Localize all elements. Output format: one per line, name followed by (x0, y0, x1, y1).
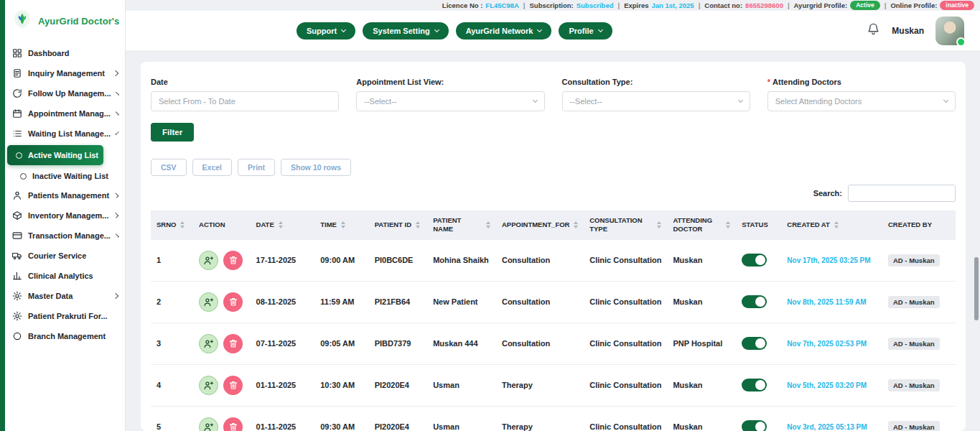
cell-srno: 5 (151, 406, 193, 431)
sidebar-item-waiting-list-management[interactable]: Waiting List Manage... (6, 124, 125, 144)
sidebar-item-inquiry-management[interactable]: Inquiry Management (6, 63, 125, 83)
cell-appointment-for: Therapy (496, 364, 584, 406)
table-header-row: SRNO ACTION DATE TIME PATIENT ID PATIENT… (151, 210, 956, 240)
delete-icon[interactable] (223, 251, 243, 270)
status-toggle[interactable] (742, 420, 767, 431)
sidebar-item-appointment-management[interactable]: Appointment Manag... (6, 103, 125, 124)
ayurgrid-network-menu-button[interactable]: AyurGrid Network (456, 22, 552, 40)
col-header-created-at[interactable]: CREATED AT (781, 210, 882, 240)
sidebar-item-transaction-management[interactable]: Transaction Manage... (6, 226, 125, 246)
sidebar-item-patients-management[interactable]: Patients Management (6, 185, 125, 205)
vertical-scrollbar[interactable] (974, 257, 979, 320)
support-menu-button[interactable]: Support (297, 22, 355, 40)
filter-button[interactable]: Filter (151, 123, 194, 142)
separator: | (617, 1, 620, 9)
sidebar-item-branch-management[interactable]: Branch Management (6, 326, 125, 346)
sidebar-item-dashboard[interactable]: Dashboard (6, 43, 125, 63)
search-input[interactable] (848, 185, 956, 202)
sort-icon[interactable] (341, 221, 345, 228)
sort-icon[interactable] (180, 221, 185, 228)
csv-button[interactable]: CSV (151, 159, 187, 176)
sidebar-item-label: Inactive Waiting List (32, 172, 108, 180)
sidebar-item-label: Branch Management (28, 332, 106, 340)
sidebar-item-label: Dashboard (28, 49, 69, 57)
show-rows-button[interactable]: Show 10 rows (281, 159, 351, 176)
col-header-time[interactable]: TIME (314, 210, 368, 240)
delete-icon[interactable] (223, 376, 243, 395)
notification-bell-icon[interactable] (867, 22, 880, 39)
chevron-right-icon (114, 193, 119, 198)
box-icon (11, 210, 22, 221)
chevron-right-icon (115, 233, 119, 238)
date-range-field[interactable] (151, 91, 339, 111)
profile-menu-button[interactable]: Profile (559, 22, 612, 40)
chevron-right-icon (113, 70, 118, 76)
appointment-view-select[interactable]: --Select-- (356, 91, 544, 111)
sort-icon[interactable] (416, 221, 420, 228)
sidebar-item-active-waiting-list[interactable]: Active Waiting List (7, 145, 103, 165)
excel-button[interactable]: Excel (192, 159, 232, 176)
sort-icon[interactable] (657, 221, 661, 228)
sidebar-item-master-data[interactable]: Master Data (6, 286, 125, 306)
system-setting-menu-button[interactable]: System Setting (363, 22, 448, 40)
avatar[interactable] (935, 17, 964, 45)
sidebar-item-courier-service[interactable]: Courier Service (6, 246, 125, 266)
cell-patient-name: New Patient (427, 281, 496, 323)
cell-appointment-for: Therapy (496, 406, 584, 431)
sidebar-item-patient-prakruti-form[interactable]: Patient Prakruti For... (6, 306, 125, 326)
status-toggle[interactable] (742, 337, 767, 350)
table-row: 501-11-202509:30 AMPI2020E4UsmanTherapyC… (151, 406, 956, 431)
cell-attending-doctor: Muskan (667, 240, 736, 282)
status-toggle[interactable] (742, 379, 767, 391)
status-toggle[interactable] (742, 295, 767, 308)
created-at-value: Nov 8th, 2025 11:59 AM (787, 298, 866, 306)
user-name: Muskan (892, 26, 924, 36)
cell-attending-doctor: Muskan (667, 406, 736, 431)
waiting-list-table: SRNO ACTION DATE TIME PATIENT ID PATIENT… (151, 210, 956, 431)
checkin-patient-icon[interactable] (199, 417, 218, 431)
row-actions (199, 417, 244, 431)
cell-time: 09:05 AM (314, 323, 368, 364)
sidebar-item-label: Inquiry Management (28, 69, 105, 78)
print-button[interactable]: Print (238, 159, 275, 176)
col-header-consultation-type[interactable]: CONSULTATION TYPE (584, 210, 667, 240)
sort-icon[interactable] (574, 221, 578, 228)
delete-icon[interactable] (223, 417, 243, 431)
checkin-patient-icon[interactable] (199, 376, 218, 395)
checkin-patient-icon[interactable] (199, 334, 218, 353)
app-window: AyurGrid Doctor's Dashboard Inquiry Mana… (0, 0, 980, 431)
date-filter: Date (151, 78, 339, 111)
sort-icon[interactable] (834, 221, 839, 228)
sort-icon[interactable] (486, 221, 490, 228)
ayurgrid-profile-status-badge: Active (850, 1, 880, 10)
sidebar-item-inventory-management[interactable]: Inventory Managem... (6, 205, 125, 226)
col-header-appointment-for[interactable]: APPOINTMENT_FOR (496, 210, 584, 240)
sidebar-item-clinical-analytics[interactable]: Clinical Analytics (6, 266, 125, 286)
delete-icon[interactable] (223, 292, 243, 312)
consultation-type-select[interactable]: --Select-- (562, 91, 750, 111)
col-header-date[interactable]: DATE (251, 210, 315, 240)
license-strip: Licence No : FL45C98A | Subscription: Su… (126, 0, 980, 11)
checkin-patient-icon[interactable] (199, 292, 218, 312)
chevron-down-icon (115, 131, 119, 135)
sidebar-item-inactive-waiting-list[interactable]: Inactive Waiting List (6, 167, 125, 185)
col-header-patient-name[interactable]: PATIENT NAME (427, 210, 496, 240)
date-range-input[interactable] (159, 97, 331, 106)
sort-icon[interactable] (726, 221, 730, 228)
delete-icon[interactable] (223, 334, 243, 353)
table-row: 208-11-202511:59 AMPI21FB64New PatientCo… (151, 281, 956, 323)
cell-time: 09:00 AM (314, 240, 368, 282)
sort-icon[interactable] (279, 221, 283, 228)
created-at-value: Nov 17th, 2025 03:25 PM (787, 256, 870, 264)
col-header-patient-id[interactable]: PATIENT ID (369, 210, 428, 240)
checkin-patient-icon[interactable] (199, 251, 218, 270)
col-header-attending-doctor[interactable]: ATTENDING DOCTOR (667, 210, 736, 240)
col-header-srno[interactable]: SRNO (151, 210, 193, 240)
attending-doctors-label: *Attending Doctors (767, 78, 956, 86)
attending-doctors-select[interactable]: Select Attending Doctors (767, 91, 956, 111)
list-icon (11, 129, 22, 139)
brand[interactable]: AyurGrid Doctor's (6, 0, 125, 42)
status-toggle[interactable] (742, 254, 767, 267)
sidebar-item-follow-up-management[interactable]: Follow Up Managem... (6, 83, 125, 103)
online-profile-label: Online Profile: (890, 1, 937, 9)
